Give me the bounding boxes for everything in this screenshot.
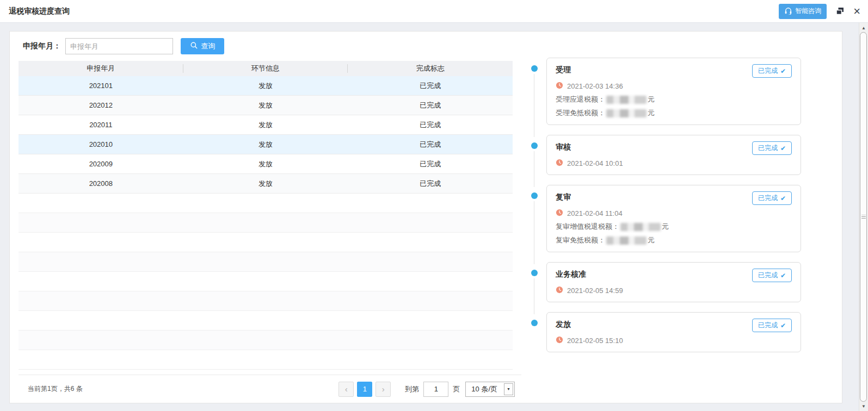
- empty-row: [19, 350, 513, 370]
- page-size-select[interactable]: 10 条/页 ▼: [465, 382, 515, 397]
- timeline-card: 受理 已完成 ✔ 2021-02-03 14:36: [546, 58, 801, 125]
- check-icon: ✔: [780, 195, 786, 202]
- window-controls: 智能咨询 ×: [779, 4, 868, 19]
- empty-row: [19, 272, 513, 291]
- restore-window-icon[interactable]: [835, 7, 845, 16]
- step-detail: 复审免抵税额： 元: [556, 235, 792, 245]
- pagination-controls: ‹ 1 › 到第 页 10 条/页 ▼: [338, 382, 515, 397]
- check-icon: ✔: [780, 322, 786, 329]
- step-title: 业务核准: [556, 269, 586, 279]
- badge-label: 已完成: [758, 271, 778, 280]
- scroll-up-icon[interactable]: ▲: [859, 23, 868, 32]
- results-table: 申报年月 环节信息 完成标志 202101 发放 已完成 202012 发放 已…: [19, 61, 513, 403]
- smart-consult-button[interactable]: 智能咨询: [779, 4, 827, 19]
- page-unit-label: 页: [453, 384, 460, 394]
- headset-icon: [784, 7, 792, 16]
- masked-amount: [606, 236, 647, 245]
- cell-status: 已完成: [348, 81, 513, 91]
- main-panel: 申报年月： 查询 申报年月 环节信息 完成标志 202101 发放 已完成 20…: [9, 31, 842, 403]
- timeline-step-shenhe: 审核 已完成 ✔ 2021-02-04 10:01: [522, 135, 801, 175]
- empty-row: [19, 252, 513, 272]
- step-detail: 受理应退税额： 元: [556, 95, 792, 104]
- cell-status: 已完成: [348, 101, 513, 110]
- chevron-right-icon: ›: [382, 384, 385, 394]
- step-title: 复审: [556, 191, 571, 202]
- status-badge: 已完成 ✔: [752, 269, 792, 282]
- cell-status: 已完成: [348, 159, 513, 169]
- step-time: 2021-02-04 10:01: [567, 159, 623, 167]
- status-badge: 已完成 ✔: [752, 141, 792, 155]
- cell-period: 202012: [19, 101, 183, 109]
- close-icon[interactable]: ×: [853, 5, 860, 17]
- clock-icon: [556, 209, 563, 218]
- column-header-status: 完成标志: [348, 64, 513, 73]
- step-title: 发放: [556, 319, 571, 329]
- page-size-value: 10 条/页: [466, 384, 503, 394]
- badge-label: 已完成: [758, 144, 778, 153]
- timeline-step-shouli: 受理 已完成 ✔ 2021-02-03 14:36: [522, 58, 801, 125]
- search-form: 申报年月： 查询: [23, 38, 224, 54]
- empty-row: [19, 233, 513, 252]
- clock-icon: [556, 159, 563, 168]
- goto-page-input[interactable]: [423, 382, 448, 397]
- scroll-down-icon[interactable]: ▼: [859, 402, 868, 410]
- column-header-step: 环节信息: [183, 64, 348, 73]
- search-icon: [190, 41, 198, 51]
- prev-page-button[interactable]: ‹: [338, 382, 354, 397]
- dropdown-arrow-icon: ▼: [504, 383, 513, 395]
- scrollbar-thumb[interactable]: [860, 32, 867, 402]
- period-input[interactable]: [65, 38, 173, 54]
- check-icon: ✔: [780, 145, 786, 152]
- timeline-dot: [531, 320, 538, 326]
- table-row[interactable]: 202010 发放 已完成: [19, 135, 513, 154]
- timeline-dot: [531, 65, 538, 72]
- column-header-period: 申报年月: [19, 64, 183, 73]
- timeline-step-yewuhezhun: 业务核准 已完成 ✔ 2021-02-05 14:59: [522, 262, 801, 302]
- empty-row: [19, 331, 513, 350]
- clock-icon: [556, 336, 563, 345]
- table-row[interactable]: 202101 发放 已完成: [19, 76, 513, 96]
- timeline-card: 业务核准 已完成 ✔ 2021-02-05 14:59: [546, 262, 801, 302]
- step-detail: 复审增值税退税额： 元: [556, 222, 792, 232]
- masked-amount: [620, 223, 661, 231]
- vertical-scrollbar: ▲ ▼: [859, 23, 868, 411]
- cell-step: 发放: [183, 101, 348, 110]
- table-row[interactable]: 202009 发放 已完成: [19, 154, 513, 174]
- status-badge: 已完成 ✔: [752, 64, 792, 78]
- table-header: 申报年月 环节信息 完成标志: [19, 61, 513, 76]
- timeline-card: 复审 已完成 ✔ 2021-02-04 11:04: [546, 185, 801, 252]
- step-title: 审核: [556, 141, 571, 152]
- timeline-dot: [531, 192, 538, 199]
- next-page-button[interactable]: ›: [375, 382, 391, 397]
- pagination-bar: 当前第1页，共6 条 ‹ 1 › 到第 页 10 条/页 ▼: [19, 375, 521, 403]
- check-icon: ✔: [780, 272, 786, 279]
- table-row[interactable]: 202012 发放 已完成: [19, 96, 513, 115]
- pagination-summary: 当前第1页，共6 条: [28, 384, 83, 394]
- table-row[interactable]: 202011 发放 已完成: [19, 115, 513, 135]
- timeline-step-fafang: 发放 已完成 ✔ 2021-02-05 15:10: [522, 312, 801, 352]
- empty-row: [19, 311, 513, 331]
- smart-consult-label: 智能咨询: [795, 7, 821, 16]
- page-title: 退税审核进度查询: [0, 7, 70, 16]
- title-bar: 退税审核进度查询 智能咨询 ×: [0, 0, 868, 23]
- cell-status: 已完成: [348, 140, 513, 150]
- cell-step: 发放: [183, 81, 348, 91]
- step-time: 2021-02-03 14:36: [567, 82, 623, 90]
- cell-status: 已完成: [348, 179, 513, 189]
- status-badge: 已完成 ✔: [752, 191, 792, 205]
- cell-status: 已完成: [348, 120, 513, 130]
- page-number-button[interactable]: 1: [357, 382, 372, 397]
- cell-period: 202101: [19, 82, 183, 90]
- progress-timeline: 受理 已完成 ✔ 2021-02-03 14:36: [522, 58, 801, 362]
- query-button-label: 查询: [201, 41, 216, 51]
- table-row[interactable]: 202008 发放 已完成: [19, 174, 513, 194]
- step-time: 2021-02-04 11:04: [567, 209, 623, 217]
- empty-row: [19, 194, 513, 213]
- empty-row: [19, 291, 513, 311]
- query-button[interactable]: 查询: [181, 38, 224, 54]
- badge-label: 已完成: [758, 321, 778, 330]
- timeline-step-fushen: 复审 已完成 ✔ 2021-02-04 11:04: [522, 185, 801, 252]
- cell-step: 发放: [183, 140, 348, 150]
- clock-icon: [556, 82, 563, 91]
- search-field-label: 申报年月：: [23, 41, 61, 51]
